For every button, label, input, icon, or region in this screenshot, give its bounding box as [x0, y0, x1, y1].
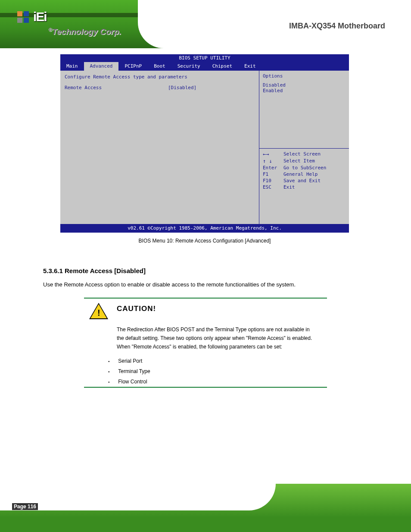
- hr-bottom: [84, 387, 327, 388]
- figure-caption: BIOS Menu 10: Remote Access Configuratio…: [60, 238, 349, 244]
- bios-option: Enabled: [263, 88, 346, 93]
- bios-heading: Configure Remote Access type and paramet…: [65, 74, 255, 80]
- key-desc: Select Item: [283, 158, 315, 164]
- tab-boot[interactable]: Boot: [148, 62, 171, 71]
- arrow-lr-icon: ←→: [263, 151, 283, 157]
- bios-option: Disabled: [263, 82, 346, 88]
- key-desc: Exit: [283, 184, 295, 190]
- key-desc: Go to SubScreen: [283, 165, 326, 171]
- list-item: Flow Control: [108, 376, 327, 387]
- key-label: F10: [263, 178, 283, 184]
- caution-text: The Redirection After BIOS POST and the …: [84, 324, 327, 356]
- arrow-ud-icon: ↑ ↓: [263, 158, 283, 164]
- tab-main[interactable]: Main: [60, 62, 84, 71]
- bios-side-pane: Options Disabled Enabled ←→Select Screen…: [259, 71, 349, 224]
- caution-title: CAUTION!: [117, 305, 156, 313]
- bios-panel: BIOS SETUP UTILITY Main Advanced PCIPnP …: [60, 54, 349, 244]
- list-item: Terminal Type: [108, 366, 327, 376]
- body-paragraph: Use the Remote Access option to enable o…: [43, 280, 368, 289]
- key-label: F1: [263, 171, 283, 177]
- page-number: Page 116: [12, 504, 40, 510]
- logo-text: iEi: [33, 9, 47, 24]
- bios-item-value: [Disabled]: [168, 85, 196, 90]
- bios-title: BIOS SETUP UTILITY: [60, 54, 349, 62]
- bios-tabs: Main Advanced PCIPnP Boot Security Chips…: [60, 62, 349, 71]
- tab-exit[interactable]: Exit: [238, 62, 262, 71]
- tab-pcipnp[interactable]: PCIPnP: [118, 62, 148, 71]
- caution-box: ! CAUTION! The Redirection After BIOS PO…: [84, 298, 327, 388]
- warning-icon: !: [89, 303, 108, 319]
- bios-item-remote-access[interactable]: Remote Access [Disabled]: [65, 85, 255, 90]
- page-title: IMBA-XQ354 Motherboard: [289, 22, 385, 31]
- key-label: Enter: [263, 165, 283, 171]
- bios-footer: v02.61 ©Copyright 1985-2006, American Me…: [60, 224, 349, 233]
- logo: iEi: [17, 9, 47, 24]
- bios-hint-title: Options: [263, 73, 346, 79]
- brand-text: ®Technology Corp.: [48, 27, 121, 37]
- tab-chipset[interactable]: Chipset: [206, 62, 238, 71]
- footer-swoosh: [0, 484, 276, 510]
- section-heading: 5.3.6.1 Remote Access [Disabled]: [43, 267, 411, 274]
- caution-list: Serial Port Terminal Type Flow Control: [84, 356, 327, 387]
- bios-keys: ←→Select Screen ↑ ↓Select Item EnterGo t…: [259, 148, 349, 224]
- logo-squares-icon: [17, 11, 29, 23]
- tab-security[interactable]: Security: [171, 62, 206, 71]
- bios-item-label: Remote Access: [65, 85, 168, 90]
- page-number-badge: Page 116: [12, 503, 38, 510]
- tab-advanced[interactable]: Advanced: [84, 62, 119, 71]
- key-desc: Select Screen: [283, 151, 321, 157]
- key-desc: Save and Exit: [283, 178, 321, 184]
- key-label: ESC: [263, 184, 283, 190]
- key-desc: General Help: [283, 171, 318, 177]
- bios-main-pane: Configure Remote Access type and paramet…: [60, 71, 259, 224]
- list-item: Serial Port: [108, 356, 327, 366]
